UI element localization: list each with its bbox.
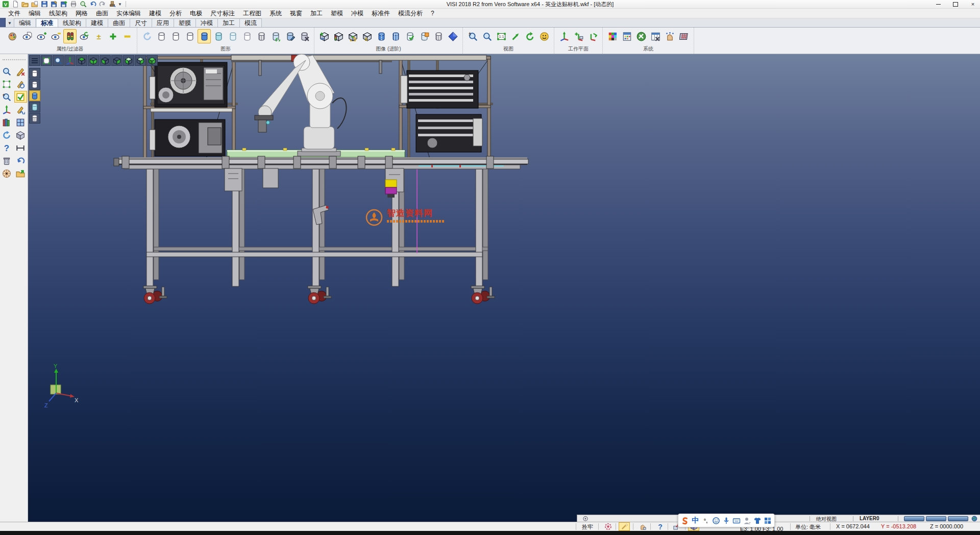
translucent-mode-button[interactable] xyxy=(212,29,225,43)
layer-manager-button[interactable] xyxy=(1,116,13,128)
display-palette-button[interactable] xyxy=(6,29,19,43)
help-query-button[interactable]: ? xyxy=(1,142,13,154)
menu-system[interactable]: 系统 xyxy=(265,9,286,18)
delete-trash-button[interactable] xyxy=(1,155,13,166)
solid-view-button[interactable] xyxy=(446,29,459,43)
tab-modeling[interactable]: 建模 xyxy=(86,18,108,27)
view-top-button[interactable] xyxy=(76,55,87,66)
workplane-move-button[interactable] xyxy=(572,29,585,43)
render-translucent-button[interactable] xyxy=(29,102,40,112)
toggle-filter-button[interactable]: ± xyxy=(92,29,105,43)
verify-shading-button[interactable] xyxy=(403,29,416,43)
undo-action-button[interactable] xyxy=(14,155,27,166)
menu-analysis[interactable]: 分析 xyxy=(165,9,186,18)
save-as-button[interactable] xyxy=(50,1,58,8)
tab-application[interactable]: 应用 xyxy=(152,18,174,27)
maximize-button[interactable] xyxy=(950,1,961,8)
refresh-display-button[interactable] xyxy=(78,29,91,43)
axis-view-button[interactable] xyxy=(64,55,76,66)
regenerate-button[interactable] xyxy=(269,29,282,43)
open-file-button[interactable] xyxy=(21,1,29,8)
tagged-shading-button[interactable] xyxy=(418,29,431,43)
sketch-circle-button[interactable] xyxy=(14,78,27,90)
zoom-dynamic-button[interactable]: ± xyxy=(1,91,13,103)
layer-indicator[interactable]: LAYER0 xyxy=(860,516,879,521)
render-mesh-button[interactable] xyxy=(29,113,40,124)
redo-button[interactable] xyxy=(99,1,107,8)
fit-view-button[interactable] xyxy=(41,55,52,66)
tab-surface[interactable]: 曲面 xyxy=(108,18,130,27)
new-file-button[interactable] xyxy=(11,1,19,8)
tab-edit[interactable]: 编辑 xyxy=(14,18,36,27)
zoom-window-button[interactable] xyxy=(1,65,13,77)
entity-toggle-button[interactable]: ± xyxy=(360,29,374,43)
3d-viewport[interactable]: 智造资料网 Y X Z xyxy=(28,54,980,522)
workplane-button[interactable] xyxy=(557,29,571,43)
measure-button[interactable] xyxy=(14,142,27,154)
viewport-menu-button[interactable] xyxy=(29,55,40,66)
color-settings-button[interactable] xyxy=(606,29,619,43)
pan-view-button[interactable] xyxy=(509,29,522,43)
ime-punctuation-toggle[interactable]: °, xyxy=(701,516,709,525)
menu-modeling[interactable]: 建模 xyxy=(145,9,165,18)
wireframe-mode-button[interactable] xyxy=(155,29,168,43)
system-settings-button[interactable] xyxy=(620,29,633,43)
selection-settings-button[interactable] xyxy=(663,29,676,43)
hide-entities-button[interactable] xyxy=(49,29,62,43)
account-icon[interactable]: 7 xyxy=(743,516,751,525)
absolute-view-label[interactable]: 绝对视图 xyxy=(816,516,837,522)
save-button[interactable] xyxy=(40,1,48,8)
tab-mould[interactable]: 塑膜 xyxy=(174,18,196,27)
table-settings-button[interactable] xyxy=(649,29,662,43)
menu-mesh[interactable]: 网格 xyxy=(71,9,92,18)
tab-wireframe[interactable]: 线架构 xyxy=(58,18,86,27)
show-entities-button[interactable] xyxy=(35,29,48,43)
tab-dropdown-button[interactable]: ▼ xyxy=(6,19,14,27)
print-preview-button[interactable] xyxy=(79,1,87,8)
rotate-view-button[interactable] xyxy=(523,29,536,43)
view-left-button[interactable] xyxy=(100,55,111,66)
emoji-icon[interactable] xyxy=(712,516,720,525)
menu-file[interactable]: 文件 xyxy=(4,9,24,18)
delete-entities-button[interactable] xyxy=(14,65,27,77)
menu-flow-analysis[interactable]: 模流分析 xyxy=(394,9,427,18)
view-iso-button[interactable] xyxy=(146,55,158,66)
view-orientation-button[interactable] xyxy=(537,29,551,43)
solid-box-button[interactable] xyxy=(14,129,27,141)
app-logo-icon[interactable]: V xyxy=(2,1,10,8)
lock-label[interactable]: 拴牢 xyxy=(582,523,593,531)
menu-help[interactable]: ? xyxy=(427,9,438,18)
sogou-logo-icon[interactable] xyxy=(681,516,689,525)
entity-refresh-button[interactable] xyxy=(346,29,359,43)
tab-dimension[interactable]: 尺寸 xyxy=(130,18,152,27)
tab-standard[interactable]: 标准 xyxy=(36,18,58,27)
menu-standard-parts[interactable]: 标准件 xyxy=(368,9,394,18)
zoom-previous-button[interactable] xyxy=(480,29,494,43)
tab-machining[interactable]: 加工 xyxy=(217,18,240,27)
white-mode-button[interactable] xyxy=(240,29,254,43)
system-tools-button[interactable] xyxy=(634,29,648,43)
pick-filter-icon[interactable] xyxy=(619,522,630,531)
print-button[interactable] xyxy=(69,1,78,8)
toolbox-icon[interactable] xyxy=(764,516,772,525)
display-page-button[interactable] xyxy=(20,29,34,43)
tab-progress[interactable]: 冲模 xyxy=(195,18,218,27)
zoom-actual-button[interactable]: 1:1 xyxy=(495,29,508,43)
stamp-button[interactable] xyxy=(108,1,116,8)
qat-dropdown-button[interactable]: ▼ xyxy=(118,2,123,7)
add-entity-display-button[interactable] xyxy=(317,29,331,43)
render-settings-button[interactable] xyxy=(298,29,311,43)
refresh-view-button[interactable] xyxy=(1,129,13,141)
confirm-check-button[interactable] xyxy=(14,91,27,103)
navigate-compass-button[interactable] xyxy=(1,167,13,179)
open-recent-button[interactable] xyxy=(31,1,39,8)
menu-window[interactable]: 视窗 xyxy=(286,9,306,18)
globe-icon[interactable] xyxy=(971,516,977,522)
shaded-mode-button[interactable] xyxy=(198,29,211,43)
menu-progress[interactable]: 冲模 xyxy=(347,9,368,18)
menu-solid-edit[interactable]: 实体编辑 xyxy=(112,9,145,18)
render-hiddenline-button[interactable] xyxy=(29,79,40,90)
menu-machining[interactable]: 加工 xyxy=(306,9,327,18)
outline-mode-button[interactable] xyxy=(183,29,197,43)
view-right-button[interactable] xyxy=(111,55,122,66)
